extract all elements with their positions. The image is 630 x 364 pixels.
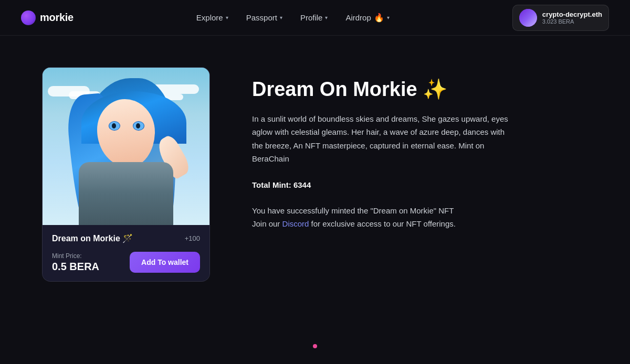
nft-detail-title: Dream On Morkie ✨	[252, 78, 588, 102]
nft-detail-description: In a sunlit world of boundless skies and…	[252, 112, 514, 166]
nav-passport[interactable]: Passport ▾	[239, 9, 290, 26]
nav-explore[interactable]: Explore ▾	[189, 9, 236, 26]
explore-chevron-icon: ▾	[226, 15, 228, 20]
airdrop-chevron-icon: ▾	[387, 15, 390, 20]
mint-price-value: 0.5 BERA	[52, 261, 99, 273]
nft-card-header: Dream on Morkie 🪄 +100	[52, 233, 200, 243]
footer-indicator	[302, 334, 328, 359]
nft-card-badge: +100	[185, 234, 200, 242]
nft-success-message: You have successfully minted the "Dream …	[252, 204, 588, 231]
nft-detail-panel: Dream On Morkie ✨ In a sunlit world of b…	[252, 67, 588, 231]
airdrop-label: Airdrop	[345, 13, 371, 22]
discord-link[interactable]: Discord	[282, 219, 309, 228]
profile-chevron-icon: ▾	[325, 15, 328, 20]
logo[interactable]: morkie	[21, 10, 74, 25]
passport-label: Passport	[246, 13, 277, 22]
explore-label: Explore	[196, 13, 223, 22]
mint-price-container: Mint Price: 0.5 BERA	[52, 252, 99, 273]
nav-links: Explore ▾ Passport ▾ Profile ▾ Airdrop 🔥…	[189, 8, 397, 27]
logo-text: morkie	[40, 12, 74, 24]
outfit	[79, 162, 173, 225]
nft-card-info: Dream on Morkie 🪄 +100 Mint Price: 0.5 B…	[43, 225, 209, 281]
fire-icon: 🔥	[374, 13, 384, 23]
navbar: morkie Explore ▾ Passport ▾ Profile ▾ Ai…	[0, 0, 630, 36]
nav-airdrop[interactable]: Airdrop 🔥 ▾	[338, 8, 396, 27]
main-content: Dream on Morkie 🪄 +100 Mint Price: 0.5 B…	[0, 36, 630, 313]
success-line-2-suffix: for exclusive access to our NFT offering…	[309, 219, 456, 228]
user-profile-button[interactable]: crypto-decrypt.eth 3.023 BERA	[512, 5, 609, 31]
profile-label: Profile	[300, 13, 323, 22]
user-info: crypto-decrypt.eth 3.023 BERA	[542, 10, 602, 25]
nft-girl-illustration	[68, 68, 184, 225]
passport-chevron-icon: ▾	[280, 15, 282, 20]
nft-card-footer: Mint Price: 0.5 BERA Add To wallet	[52, 252, 200, 273]
success-line-2: Join our Discord for exclusive access to…	[252, 217, 588, 231]
add-to-wallet-button[interactable]: Add To wallet	[130, 252, 200, 273]
avatar	[519, 9, 537, 27]
eye-right	[133, 121, 144, 131]
total-mint-label: Total Mint:	[252, 180, 293, 189]
nft-card: Dream on Morkie 🪄 +100 Mint Price: 0.5 B…	[42, 67, 210, 282]
mint-price-label: Mint Price:	[52, 252, 99, 260]
eye-left	[109, 121, 120, 131]
username: crypto-decrypt.eth	[542, 10, 602, 18]
nft-card-title: Dream on Morkie 🪄	[52, 233, 133, 243]
nft-total-mint: Total Mint: 6344	[252, 180, 588, 189]
total-mint-value: 6344	[293, 180, 311, 189]
logo-orb	[21, 10, 36, 25]
nft-card-image	[43, 68, 209, 225]
user-balance: 3.023 BERA	[542, 18, 602, 25]
success-line-2-prefix: Join our	[252, 219, 282, 228]
success-line-1: You have successfully minted the "Dream …	[252, 204, 588, 218]
nav-profile[interactable]: Profile ▾	[293, 9, 335, 26]
